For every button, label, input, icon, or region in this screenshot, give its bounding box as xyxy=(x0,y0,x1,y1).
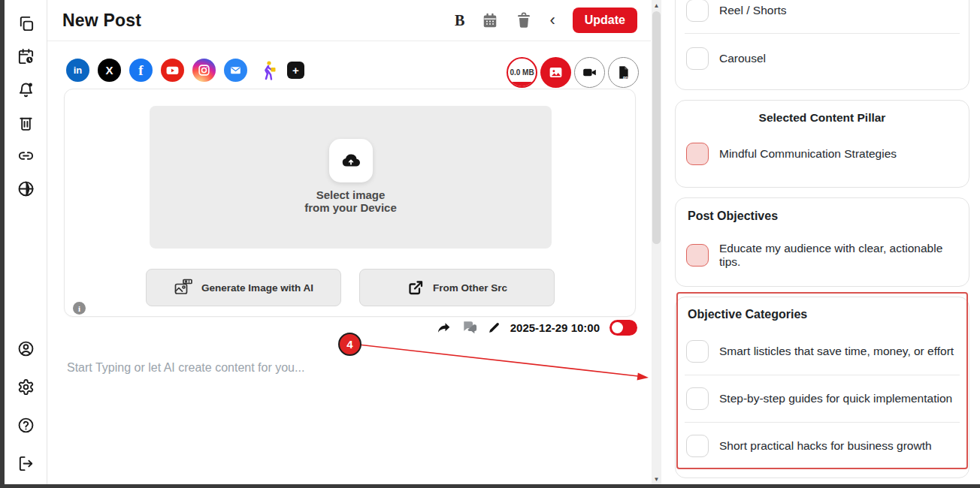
dropzone-line1: Select image xyxy=(150,188,552,201)
post-types-card: Reel / Shorts Carousel xyxy=(675,0,969,90)
bold-button[interactable]: B xyxy=(455,12,464,29)
add-platform-button[interactable]: + xyxy=(287,62,304,79)
image-dropzone[interactable]: Select image from your Device xyxy=(150,106,552,249)
generate-image-icon xyxy=(174,279,193,297)
post-type-row-reel-shorts[interactable]: Reel / Shorts xyxy=(686,0,958,22)
schedule-toggle[interactable] xyxy=(609,320,637,336)
sidebar-top-group xyxy=(5,14,47,197)
content-pillar-label: Mindful Communication Strategies xyxy=(719,147,897,161)
category-label-1: Smart listicles that save time, money, o… xyxy=(719,345,954,358)
comments-icon[interactable] xyxy=(461,320,478,335)
content-pillar-row[interactable]: Mindful Communication Strategies xyxy=(686,143,958,165)
objective-categories-title: Objective Categories xyxy=(688,308,807,321)
page-title: New Post xyxy=(62,11,141,31)
linkedin-icon[interactable]: in xyxy=(66,59,89,82)
post-objectives-card: Post Objectives Educate my audience with… xyxy=(675,197,969,287)
category-label-2: Step-by-step guides for quick implementa… xyxy=(719,392,952,405)
share-icon[interactable] xyxy=(437,320,452,335)
pdf-label: PDF xyxy=(623,76,631,80)
copy-icon[interactable] xyxy=(17,14,35,32)
platform-row: in X f + xyxy=(66,59,304,82)
scrollbar-thumb[interactable] xyxy=(652,11,661,244)
post-objectives-title: Post Objectives xyxy=(688,209,778,223)
dropzone-text: Select image from your Device xyxy=(150,188,552,214)
youtube-icon[interactable] xyxy=(161,59,184,82)
info-icon[interactable]: i xyxy=(73,302,86,315)
row-divider xyxy=(685,422,960,423)
post-type-row-carousel[interactable]: Carousel xyxy=(686,47,958,70)
category-label-3: Short practical hacks for business growt… xyxy=(719,439,932,453)
sidebar-bottom-group xyxy=(5,339,47,472)
carousel-checkbox[interactable] xyxy=(686,47,709,70)
image-upload-card: Select image from your Device Generate I… xyxy=(64,89,636,317)
from-other-src-button[interactable]: From Other Src xyxy=(359,269,555,306)
generate-image-label: Generate Image with AI xyxy=(201,282,313,294)
trash-icon[interactable] xyxy=(17,113,35,131)
facebook-icon[interactable]: f xyxy=(129,59,153,82)
x-twitter-icon[interactable]: X xyxy=(98,59,121,82)
logout-icon[interactable] xyxy=(17,454,35,472)
calendar-clock-icon[interactable] xyxy=(17,47,35,65)
media-toolbar: 0.0 MB PDF xyxy=(507,57,639,88)
content-pillar-title: Selected Content Pillar xyxy=(676,111,969,125)
reel-shorts-label: Reel / Shorts xyxy=(719,4,787,17)
pdf-mode-button[interactable]: PDF xyxy=(608,57,639,88)
app-window: New Post B ‹ Update in X f xyxy=(0,0,980,488)
settings-gear-icon[interactable] xyxy=(17,378,35,396)
schedule-datetime[interactable]: 2025-12-29 10:00 xyxy=(510,321,600,334)
back-chevron-icon[interactable]: ‹ xyxy=(549,12,555,29)
post-objective-row[interactable]: Educate my audience with clear, actionab… xyxy=(686,242,958,269)
category-checkbox-2[interactable] xyxy=(686,387,709,410)
objective-categories-card: Objective Categories Smart listicles tha… xyxy=(675,297,969,478)
category-checkbox-3[interactable] xyxy=(686,435,709,457)
link-icon[interactable] xyxy=(17,146,35,164)
objective-category-row[interactable]: Step-by-step guides for quick implementa… xyxy=(686,387,958,410)
schedule-calendar-icon[interactable] xyxy=(482,12,498,29)
scroll-up-arrow[interactable]: ▲ xyxy=(652,0,661,11)
size-progress-fill xyxy=(508,82,536,86)
row-divider xyxy=(685,375,960,375)
content-pillar-checkbox[interactable] xyxy=(686,143,709,165)
vertical-scrollbar[interactable]: ▲ ▼ xyxy=(652,0,661,484)
file-size-badge: 0.0 MB xyxy=(507,57,537,88)
category-checkbox-1[interactable] xyxy=(686,340,709,363)
window-edge-bottom xyxy=(0,484,980,488)
user-circle-icon[interactable] xyxy=(17,339,35,357)
scroll-down-arrow[interactable]: ▼ xyxy=(652,474,661,484)
edit-pencil-icon[interactable] xyxy=(488,321,501,334)
help-icon[interactable] xyxy=(17,416,35,434)
bell-dot-icon[interactable] xyxy=(17,80,35,98)
walking-person-icon[interactable] xyxy=(256,59,279,82)
carousel-label: Carousel xyxy=(719,52,766,65)
delete-trash-icon[interactable] xyxy=(516,12,532,29)
from-other-src-label: From Other Src xyxy=(433,282,507,294)
generate-image-ai-button[interactable]: Generate Image with AI xyxy=(146,269,341,306)
email-icon[interactable] xyxy=(224,59,247,82)
post-objective-label: Educate my audience with clear, actionab… xyxy=(719,242,958,269)
right-panel: Reel / Shorts Carousel Selected Content … xyxy=(661,0,980,484)
objective-category-row[interactable]: Short practical hacks for business growt… xyxy=(686,435,958,457)
post-objective-checkbox[interactable] xyxy=(686,244,709,267)
post-meta-row: 2025-12-29 10:00 xyxy=(437,318,637,336)
image-mode-button[interactable] xyxy=(540,57,571,88)
row-divider xyxy=(685,33,960,34)
content-pillar-card: Selected Content Pillar Mindful Communic… xyxy=(675,100,969,188)
dropzone-line2: from your Device xyxy=(150,201,552,214)
content-editor-input[interactable]: Start Typing or let AI create content fo… xyxy=(67,361,304,375)
header-toolbar: B ‹ Update xyxy=(455,8,637,33)
reel-shorts-checkbox[interactable] xyxy=(686,0,709,22)
cloud-upload-icon[interactable] xyxy=(329,139,373,182)
external-source-icon xyxy=(407,279,425,297)
file-size-text: 0.0 MB xyxy=(510,68,534,77)
instagram-icon[interactable] xyxy=(192,59,216,82)
update-button[interactable]: Update xyxy=(573,8,637,33)
main-header: New Post B ‹ Update xyxy=(47,0,651,41)
objective-category-row[interactable]: Smart listicles that save time, money, o… xyxy=(686,340,958,363)
sidebar xyxy=(5,0,47,484)
toggle-knob xyxy=(612,322,623,333)
annotation-arrow xyxy=(354,336,655,384)
main-content: New Post B ‹ Update in X f xyxy=(47,0,651,484)
annotation-step-badge: 4 xyxy=(338,333,361,356)
video-mode-button[interactable] xyxy=(574,57,605,88)
globe-icon[interactable] xyxy=(17,179,35,197)
